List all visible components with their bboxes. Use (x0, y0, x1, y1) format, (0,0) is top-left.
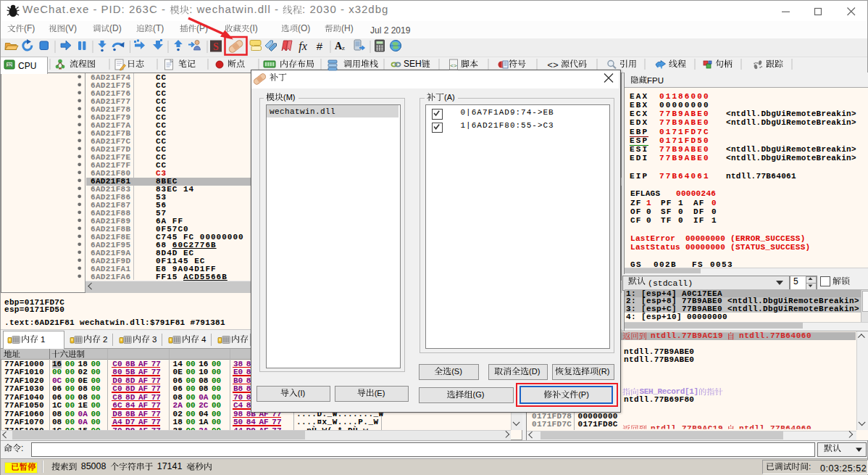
svg-text:2: 2 (103, 335, 107, 344)
svg-text:4: 4 (201, 335, 206, 344)
svg-text:3: 3 (152, 335, 157, 344)
